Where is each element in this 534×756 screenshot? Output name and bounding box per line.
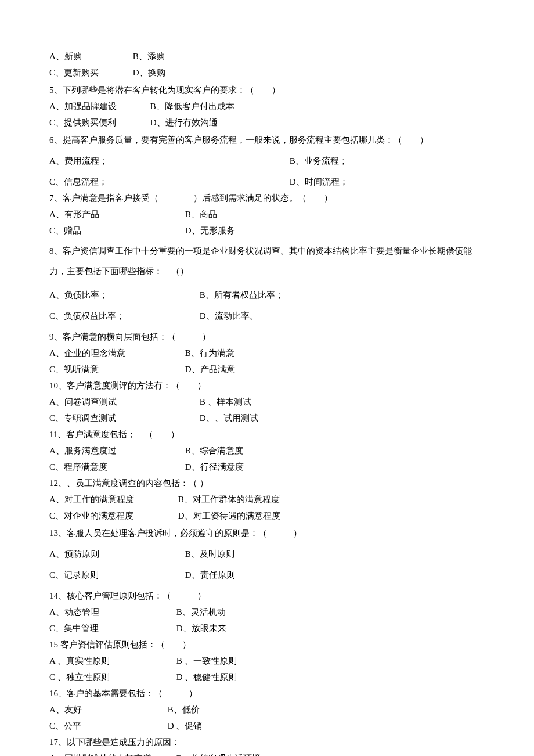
- q4-options-row1: A、新购 B、添购: [49, 49, 485, 63]
- q17-option-a: A、同挑剔难处的人打交道: [49, 751, 174, 756]
- q16-options-row1: A、友好 B、低价: [49, 703, 485, 717]
- q8-options-row2: C、负债权益比率； D、流动比率。: [49, 309, 485, 323]
- q11-option-b: B、综合满意度: [185, 446, 243, 455]
- q4-option-a: A、新购: [49, 49, 131, 63]
- q13-option-d: D、责任原则: [185, 570, 235, 579]
- q15-stem: 15 客户资信评估原则包括：（ ）: [49, 638, 485, 651]
- q7-option-a: A、有形产品: [49, 207, 183, 221]
- q8-option-b: B、所有者权益比率；: [200, 290, 284, 300]
- q5-options-row1: A、加强品牌建设 B、降低客户付出成本: [49, 99, 485, 113]
- q16-option-a: A、友好: [49, 703, 165, 717]
- q4-options-row2: C、更新购买 D、换购: [49, 66, 485, 80]
- q5-option-d: D、进行有效沟通: [150, 118, 218, 127]
- q11-options-row2: C、程序满意度 D、行径满意度: [49, 460, 485, 474]
- q16-option-c: C、公平: [49, 719, 165, 733]
- q10-option-d: D、、试用测试: [200, 413, 258, 423]
- q10-option-a: A、问卷调查测试: [49, 395, 197, 409]
- q6-option-a: A、费用流程；: [49, 154, 287, 168]
- q11-stem: 11、客户满意度包括； （ ）: [49, 427, 485, 441]
- q15-option-d: D 、稳健性原则: [176, 672, 237, 682]
- q9-option-d: D、产品满意: [185, 365, 235, 374]
- q11-option-c: C、程序满意度: [49, 460, 183, 474]
- q14-option-d: D、放眼未来: [176, 624, 226, 633]
- q6-option-b: B、业务流程；: [290, 156, 348, 165]
- q13-stem: 13、客服人员在处理客户投诉时，必须遵守的原则是：（ ）: [49, 526, 485, 540]
- q5-stem: 5、下列哪些是将潜在客户转化为现实客户的要求：（ ）: [49, 83, 485, 97]
- q5-option-a: A、加强品牌建设: [49, 99, 148, 113]
- q17-stem: 17、以下哪些是造成压力的原因：: [49, 735, 485, 749]
- q16-option-d: D 、促销: [168, 721, 203, 730]
- q9-option-c: C、视听满意: [49, 362, 183, 376]
- q10-options-row1: A、问卷调查测试 B 、样本测试: [49, 395, 485, 409]
- q5-option-b: B、降低客户付出成本: [150, 102, 234, 111]
- q15-options-row2: C 、独立性原则 D 、稳健性原则: [49, 670, 485, 684]
- q6-options-row1: A、费用流程； B、业务流程；: [49, 154, 485, 168]
- q9-option-a: A、企业的理念满意: [49, 346, 183, 360]
- q9-option-b: B、行为满意: [185, 348, 234, 358]
- q14-option-c: C、集中管理: [49, 621, 174, 635]
- q14-options-row1: A、动态管理 B、灵活机动: [49, 605, 485, 619]
- q9-stem: 9、客户满意的横向层面包括：（ ）: [49, 330, 485, 344]
- q15-option-b: B 、一致性原则: [176, 656, 237, 665]
- q16-stem: 16、客户的基本需要包括：（ ）: [49, 686, 485, 700]
- q6-option-c: C、信息流程；: [49, 175, 287, 189]
- q4-option-d: D、换购: [133, 68, 165, 77]
- q7-option-d: D、无形服务: [185, 226, 235, 235]
- q5-options-row2: C、提供购买便利 D、进行有效沟通: [49, 116, 485, 129]
- q6-stem: 6、提高客户服务质量，要有完善的客户服务流程，一般来说，服务流程主要包括哪几类：…: [49, 133, 485, 147]
- q16-options-row2: C、公平 D 、促销: [49, 719, 485, 733]
- q4-option-c: C、更新购买: [49, 66, 131, 80]
- q10-options-row2: C、专职调查测试 D、、试用测试: [49, 411, 485, 425]
- q10-option-b: B 、样本测试: [200, 397, 251, 406]
- q9-options-row2: C、视听满意 D、产品满意: [49, 362, 485, 376]
- q10-option-c: C、专职调查测试: [49, 411, 197, 425]
- q7-stem: 7、客户满意是指客户接受（ ）后感到需求满足的状态。（ ）: [49, 191, 485, 205]
- q12-option-a: A、对工作的满意程度: [49, 492, 176, 506]
- q8-option-c: C、负债权益比率；: [49, 309, 197, 323]
- q8-stem: 8、客户资信调查工作中十分重要的一项是企业财务状况调查。其中的资本结构比率主要是…: [49, 241, 485, 281]
- q10-stem: 10、客户满意度测评的方法有：（ ）: [49, 379, 485, 393]
- q13-option-a: A、预防原则: [49, 547, 183, 561]
- q11-option-d: D、行径满意度: [185, 462, 244, 471]
- q12-option-b: B、对工作群体的满意程度: [178, 495, 280, 504]
- q4-option-b: B、添购: [133, 52, 165, 61]
- q6-option-d: D、时间流程；: [290, 177, 348, 186]
- q7-options-row1: A、有形产品 B、商品: [49, 207, 485, 221]
- q15-option-a: A 、真实性原则: [49, 654, 174, 668]
- q7-options-row2: C、赠品 D、无形服务: [49, 224, 485, 237]
- q9-options-row1: A、企业的理念满意 B、行为满意: [49, 346, 485, 360]
- q13-option-b: B、及时原则: [185, 549, 234, 559]
- q6-options-row2: C、信息流程； D、时间流程；: [49, 175, 485, 189]
- q7-option-b: B、商品: [185, 210, 217, 219]
- q12-option-d: D、对工资待遇的满意程度: [178, 511, 280, 520]
- q8-option-a: A、负债比率；: [49, 288, 197, 302]
- q14-options-row2: C、集中管理 D、放眼未来: [49, 621, 485, 635]
- q8-option-d: D、流动比率。: [200, 311, 258, 321]
- q11-option-a: A、服务满意度过: [49, 444, 183, 458]
- q7-option-c: C、赠品: [49, 224, 183, 237]
- q12-options-row2: C、对企业的满意程度 D、对工资待遇的满意程度: [49, 509, 485, 523]
- q14-stem: 14、核心客户管理原则包括：（ ）: [49, 589, 485, 603]
- q13-options-row1: A、预防原则 B、及时原则: [49, 547, 485, 561]
- q12-options-row1: A、对工作的满意程度 B、对工作群体的满意程度: [49, 492, 485, 506]
- q17-option-b: B、你的客观生活环境: [176, 754, 261, 756]
- q17-options-row1: A、同挑剔难处的人打交道 B、你的客观生活环境: [49, 751, 485, 756]
- q12-option-c: C、对企业的满意程度: [49, 509, 176, 523]
- document-page: A、新购 B、添购 C、更新购买 D、换购 5、下列哪些是将潜在客户转化为现实客…: [0, 0, 534, 756]
- q5-option-c: C、提供购买便利: [49, 116, 148, 129]
- q12-stem: 12、、员工满意度调查的内容包括：（ ）: [49, 476, 485, 490]
- q16-option-b: B、低价: [168, 705, 200, 714]
- q15-options-row1: A 、真实性原则 B 、一致性原则: [49, 654, 485, 668]
- q14-option-a: A、动态管理: [49, 605, 174, 619]
- q11-options-row1: A、服务满意度过 B、综合满意度: [49, 444, 485, 458]
- q15-option-c: C 、独立性原则: [49, 670, 174, 684]
- q8-options-row1: A、负债比率； B、所有者权益比率；: [49, 288, 485, 302]
- q13-options-row2: C、记录原则 D、责任原则: [49, 568, 485, 582]
- q13-option-c: C、记录原则: [49, 568, 183, 582]
- q14-option-b: B、灵活机动: [176, 607, 226, 617]
